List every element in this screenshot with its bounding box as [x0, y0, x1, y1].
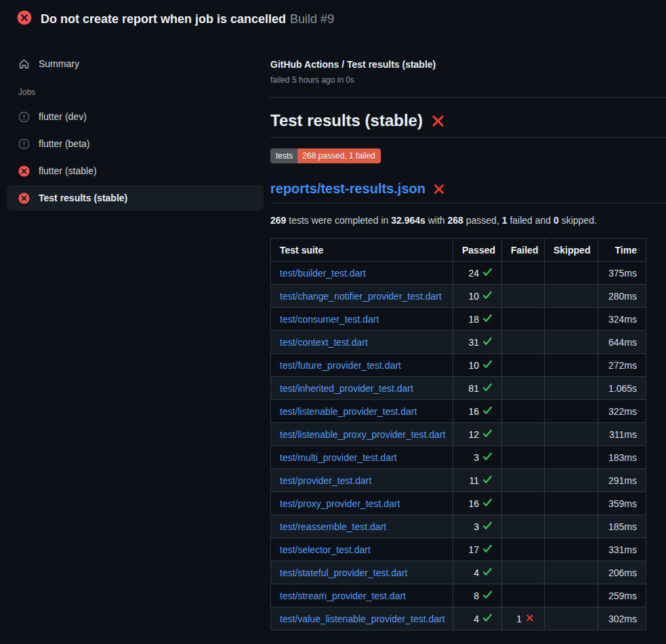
skipped-cell [545, 538, 598, 561]
suite-link[interactable]: test/listenable_provider_test.dart [280, 406, 417, 417]
suite-link[interactable]: test/listenable_proxy_provider_test.dart [280, 429, 445, 440]
skipped-cell [545, 607, 598, 630]
passed-cell: 4 [453, 607, 502, 630]
failed-cell: 1 [502, 607, 545, 630]
breadcrumb: GitHub Actions / Test results (stable) [270, 59, 666, 70]
time-cell: 375ms [598, 262, 646, 285]
passed-cell: 18 [453, 308, 502, 331]
table-row: test/consumer_test.dart 18 324ms [271, 308, 646, 331]
col-header-skipped: Skipped [545, 239, 598, 262]
suite-cell: test/stream_provider_test.dart [271, 584, 453, 607]
time-cell: 272ms [598, 354, 646, 377]
sidebar-job-item[interactable]: flutter (beta) [7, 131, 264, 157]
time-cell: 324ms [598, 308, 646, 331]
suite-link[interactable]: test/provider_test.dart [280, 475, 371, 486]
col-header-test-suite: Test suite [271, 239, 453, 262]
time-cell: 291ms [598, 469, 646, 492]
suite-link[interactable]: test/reassemble_test.dart [280, 521, 386, 532]
sidebar: Summary Jobs flutter (dev) [0, 37, 270, 212]
failed-cell [502, 584, 545, 607]
suite-link[interactable]: test/proxy_provider_test.dart [280, 498, 400, 509]
check-icon [482, 452, 493, 461]
skipped-cell [545, 515, 598, 538]
col-header-time: Time [598, 239, 646, 262]
table-row: test/multi_provider_test.dart 3 183ms [271, 446, 646, 469]
sidebar-item-label: Summary [39, 58, 79, 69]
suite-link[interactable]: test/selector_test.dart [280, 544, 371, 555]
stop-octagon-icon [18, 111, 30, 123]
table-header-row: Test suite Passed Failed Skipped Time [271, 239, 646, 262]
results-summary-line: 269 tests were completed in 32.964s with… [270, 215, 666, 226]
time-cell: 185ms [598, 515, 646, 538]
check-icon [482, 429, 493, 438]
skipped-cell [545, 262, 598, 285]
time-cell: 280ms [598, 285, 646, 308]
x-red-icon [433, 183, 445, 195]
badge-label: tests [270, 148, 297, 163]
home-icon [18, 58, 30, 70]
suite-link[interactable]: test/future_provider_test.dart [280, 360, 401, 371]
suite-link[interactable]: test/value_listenable_provider_test.dart [280, 613, 445, 624]
sidebar-job-item[interactable]: Test results (stable) [7, 185, 264, 211]
page-title: Do not create report when job is cancell… [41, 12, 286, 26]
table-row: test/inherited_provider_test.dart 81 1 [271, 377, 646, 400]
sidebar-job-item[interactable]: flutter (stable) [7, 158, 264, 184]
failed-cell [502, 331, 545, 354]
passed-cell: 3 [453, 446, 502, 469]
failed-cell [502, 377, 545, 400]
check-icon [482, 590, 493, 599]
sidebar-job-item[interactable]: flutter (dev) [7, 104, 264, 129]
suite-link[interactable]: test/inherited_provider_test.dart [280, 383, 413, 394]
suite-link[interactable]: test/multi_provider_test.dart [280, 452, 397, 463]
suite-cell: test/listenable_provider_test.dart [271, 400, 453, 423]
suite-cell: test/context_test.dart [271, 331, 453, 354]
suite-link[interactable]: test/stateful_provider_test.dart [280, 567, 407, 578]
x-circle-fill-icon [18, 165, 30, 177]
time-cell: 322ms [598, 400, 646, 423]
skipped-cell [545, 584, 598, 607]
skipped-cell [545, 308, 598, 331]
passed-cell: 10 [453, 285, 502, 308]
suite-cell: test/value_listenable_provider_test.dart [271, 607, 453, 630]
sidebar-job-label: flutter (beta) [39, 138, 89, 149]
total-count: 269 [270, 215, 286, 226]
time-cell: 206ms [598, 561, 646, 584]
passed-cell: 24 [453, 262, 502, 285]
sidebar-item-summary[interactable]: Summary [7, 51, 264, 77]
suite-link[interactable]: test/stream_provider_test.dart [280, 590, 406, 601]
table-row: test/listenable_provider_test.dart 16 [271, 400, 646, 423]
passed-cell: 81 [453, 377, 502, 400]
skipped-cell [545, 331, 598, 354]
suite-cell: test/future_provider_test.dart [271, 354, 453, 377]
table-row: test/stream_provider_test.dart 8 259ms [271, 584, 646, 607]
suite-link[interactable]: test/builder_test.dart [280, 268, 366, 279]
table-row: test/future_provider_test.dart 10 272m [271, 354, 646, 377]
failed-cell [502, 515, 545, 538]
passed-cell: 10 [453, 354, 502, 377]
page-title-group: Do not create report when job is cancell… [41, 12, 334, 26]
suite-cell: test/reassemble_test.dart [271, 515, 453, 538]
suite-cell: test/provider_test.dart [271, 469, 453, 492]
check-icon [482, 314, 493, 323]
jobs-section-label: Jobs [18, 87, 270, 97]
time-cell: 259ms [598, 584, 646, 607]
sidebar-job-label: Test results (stable) [39, 193, 127, 203]
x-red-icon [431, 114, 445, 128]
suite-link[interactable]: test/change_notifier_provider_test.dart [280, 291, 442, 302]
table-row: test/stateful_provider_test.dart 4 206 [271, 561, 646, 584]
report-file-link[interactable]: reports/test-results.json [270, 181, 425, 197]
passed-cell: 16 [453, 400, 502, 423]
suite-cell: test/inherited_provider_test.dart [271, 377, 453, 400]
suite-cell: test/consumer_test.dart [271, 308, 453, 331]
badge-value: 268 passed, 1 failed [297, 148, 380, 163]
suite-link[interactable]: test/context_test.dart [280, 337, 368, 348]
check-icon [482, 613, 493, 622]
check-icon [482, 498, 493, 507]
failed-cell [502, 469, 545, 492]
x-circle-fill-icon [17, 10, 32, 28]
failed-cell [502, 285, 545, 308]
skipped-cell [545, 400, 598, 423]
passed-cell: 8 [453, 584, 502, 607]
suite-link[interactable]: test/consumer_test.dart [280, 314, 379, 325]
passed-cell: 4 [453, 561, 502, 584]
